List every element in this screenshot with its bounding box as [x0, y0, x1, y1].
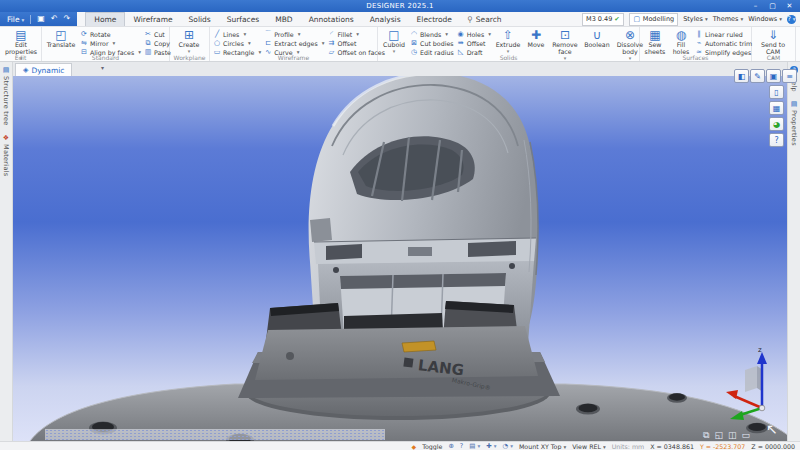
profile-icon: ⌒	[264, 29, 272, 39]
cylinder-icon: ▯	[774, 88, 778, 97]
coord-x: X = 0348.861	[650, 443, 694, 450]
extract-edges-label: Extract edges	[274, 40, 318, 47]
tab-wireframe[interactable]: Wireframe	[125, 12, 180, 26]
holes-button[interactable]: ◉Holes	[457, 30, 491, 38]
viewport-help-button[interactable]: ?	[769, 133, 784, 147]
tab-home[interactable]: Home	[85, 12, 125, 26]
offset-solid-icon: ⇛	[457, 39, 465, 47]
sew-sheets-button[interactable]: ▦ Sew sheets	[643, 29, 667, 56]
lines-button[interactable]: ╱Lines	[213, 30, 261, 38]
view-selector[interactable]: View REL	[572, 443, 606, 450]
shading-sphere-button[interactable]: ◕	[769, 117, 784, 131]
cut-bodies-label: Cut bodies	[420, 40, 454, 47]
themes-menu[interactable]: Themes	[713, 15, 744, 23]
extract-edges-button[interactable]: ⊏Extract edges	[264, 39, 324, 47]
grid-view-button[interactable]: ▦	[769, 101, 784, 115]
tab-mbd[interactable]: MBD	[267, 12, 300, 26]
materials-label: Materials	[2, 144, 10, 177]
move-button[interactable]: ✚ Move	[525, 29, 547, 49]
ribbon-tab-row: File ▣ ↶ ↷ Home Wireframe Solids Surface…	[0, 12, 800, 27]
wireframe-column-1: ╱Lines ○Circles ▭Rectangle	[213, 29, 261, 56]
tab-surfaces[interactable]: Surfaces	[219, 12, 267, 26]
mount-selector[interactable]: Mount XY Top	[519, 443, 566, 450]
layers-icon[interactable]: ▤	[469, 442, 480, 450]
cut-button[interactable]: ✂Cut	[144, 30, 171, 38]
fillet-label: Fillet	[337, 31, 352, 38]
fit-frame-button[interactable]: ▣	[766, 69, 781, 83]
ribbon: ▤ Edit properties Edit ◰ Translate ⟳Rota…	[0, 27, 800, 62]
cuboid-button[interactable]: □ Cuboid	[381, 29, 407, 54]
create-workplane-button[interactable]: ⊞ Create	[173, 29, 205, 54]
lines-icon: ╱	[213, 30, 221, 38]
holes-label: Holes	[467, 31, 485, 38]
globe-icon[interactable]: ⊕	[448, 442, 453, 450]
copy-button[interactable]: ⧉Copy	[144, 39, 171, 47]
group-label-wireframe: Wireframe	[210, 54, 377, 61]
view-cube-button[interactable]: ◧	[734, 69, 749, 83]
angle-snap-icon[interactable]: ◔	[502, 442, 512, 450]
viewport-menu-button[interactable]: ≡	[782, 69, 797, 83]
panel-tab-materials[interactable]: ❖ Materials	[0, 130, 12, 181]
fill-holes-button[interactable]: ◍ Fill holes	[670, 29, 692, 56]
fillet-button[interactable]: ◜Fillet	[327, 30, 384, 38]
structure-tree-icon: ▤	[3, 66, 10, 74]
undo-icon[interactable]: ↶	[51, 12, 58, 26]
rotate-button[interactable]: ⟳Rotate	[80, 30, 141, 38]
offset-button[interactable]: ⇉Offset	[327, 39, 384, 47]
viewport-toolbar-side: ▯ ▦ ◕ ?	[769, 85, 784, 147]
file-menu-button[interactable]: File	[7, 15, 24, 24]
tab-dynamic[interactable]: ◈ Dynamic	[15, 63, 72, 76]
translate-label: Translate	[47, 42, 76, 49]
status-help-icon[interactable]: ?	[460, 442, 463, 450]
layout-pane-icon-1[interactable]: ⧉	[703, 430, 709, 441]
circles-button[interactable]: ○Circles	[213, 39, 261, 47]
layout-pane-icon-4[interactable]: ▭	[741, 430, 750, 441]
pointer-tool-icon[interactable]: ↖	[766, 421, 778, 437]
help-menu[interactable]: ?	[787, 15, 796, 24]
mode-badge[interactable]: ▢ Modelling	[629, 13, 678, 26]
search-control[interactable]: ⚲ Search	[460, 12, 509, 26]
sketch-view-button[interactable]: ✎	[750, 69, 765, 83]
mirror-label: Mirror	[90, 40, 109, 47]
properties-tab-icon: ▤	[791, 100, 798, 108]
cut-bodies-button[interactable]: ⊠Cut bodies	[410, 39, 454, 47]
cut-label: Cut	[154, 31, 165, 38]
styles-menu[interactable]: Styles	[683, 15, 707, 23]
profile-button[interactable]: ⌒Profile	[264, 30, 324, 38]
layout-pane-icon-2[interactable]: ◱	[714, 430, 723, 441]
tab-list-caret[interactable]: ▾	[101, 64, 104, 71]
minimize-button[interactable]: –	[747, 0, 764, 12]
translate-button[interactable]: ◰ Translate	[45, 29, 77, 49]
close-button[interactable]: ✕	[781, 0, 798, 12]
ribbon-group-wireframe: ╱Lines ○Circles ▭Rectangle ⌒Profile ⊏Ext…	[210, 27, 378, 61]
tab-annotations[interactable]: Annotations	[301, 12, 362, 26]
mirror-button[interactable]: ⇋Mirror	[80, 39, 141, 47]
blends-button[interactable]: ◠Blends	[410, 30, 454, 38]
window-title: DESIGNER 2025.1	[0, 0, 800, 12]
panel-tab-structure-tree[interactable]: ▤ Structure tree	[0, 62, 12, 130]
save-icon[interactable]: ▣	[37, 12, 45, 26]
snap-cross-icon[interactable]: ✚	[486, 442, 496, 450]
windows-menu[interactable]: Windows	[748, 15, 782, 23]
extrude-button[interactable]: ⇧ Extrude	[494, 29, 522, 54]
coord-z: Z = 0000.000	[751, 443, 795, 450]
viewport-toolbar-top: ◧ ✎ ▣ ≡	[734, 69, 797, 83]
tab-solids[interactable]: Solids	[181, 12, 219, 26]
layout-pane-icon-3[interactable]: ◫	[728, 430, 737, 441]
tab-analysis[interactable]: Analysis	[362, 12, 409, 26]
redo-icon[interactable]: ↷	[64, 12, 71, 26]
tab-electrode[interactable]: Electrode	[409, 12, 460, 26]
panel-tab-properties[interactable]: ▤ Properties	[788, 96, 800, 150]
copy-icon: ⧉	[144, 39, 152, 47]
viewport-3d[interactable]: LANG Makro-Grip® z	[13, 76, 787, 441]
cylinder-view-button[interactable]: ▯	[769, 85, 784, 99]
toggle-label[interactable]: Toggle	[422, 443, 442, 450]
minimized-panel-strip[interactable]	[45, 429, 385, 440]
offset-solid-button[interactable]: ⇛Offset	[457, 39, 491, 47]
linear-ruled-button[interactable]: ∥Linear ruled	[695, 30, 752, 38]
maximize-button[interactable]: ▢	[764, 0, 781, 12]
menu-icon: ≡	[786, 72, 793, 81]
automatic-trim-button[interactable]: ⌁Automatic trim	[695, 39, 752, 47]
boolean-button[interactable]: ∪ Boolean	[583, 29, 611, 49]
surfaces-column: ∥Linear ruled ⌁Automatic trim ≃Simplify …	[695, 29, 752, 56]
